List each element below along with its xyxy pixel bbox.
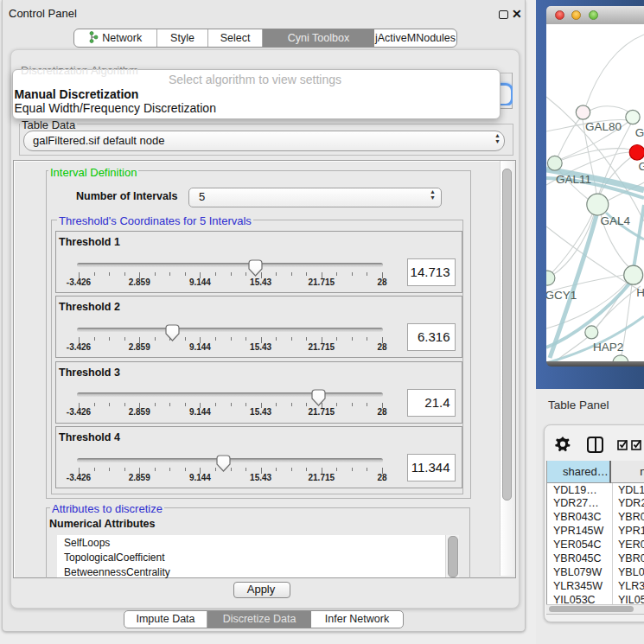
svg-text:G: G (639, 160, 644, 173)
svg-text:GAL4: GAL4 (601, 214, 631, 227)
svg-text:G.: G. (635, 126, 644, 139)
svg-text:H: H (636, 286, 644, 299)
svg-text:GAL11: GAL11 (556, 173, 591, 186)
svg-text:HAP2: HAP2 (593, 341, 623, 354)
svg-text:GCY1: GCY1 (546, 289, 577, 302)
svg-text:GAL80: GAL80 (585, 120, 622, 133)
